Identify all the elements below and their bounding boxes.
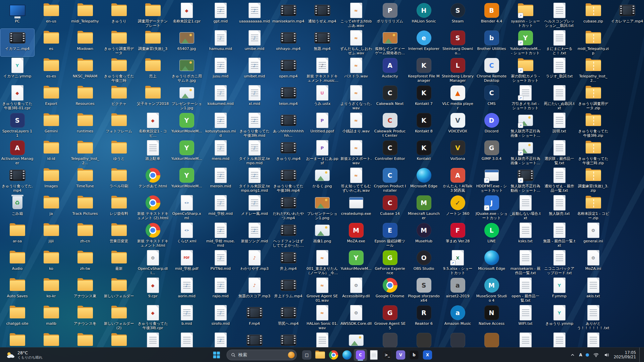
desktop-icon[interactable]	[305, 331, 339, 347]
desktop-icon[interactable]: ♪aorin.mid	[170, 276, 204, 304]
desktop-icon[interactable]: Track Pictures	[68, 194, 102, 221]
desktop-icon[interactable]: SSteam	[441, 1, 475, 29]
desktop-icon[interactable]: cubase.zip	[576, 1, 610, 29]
desktop-icon[interactable]	[441, 331, 475, 347]
desktop-icon[interactable]: ◆9.cpr	[136, 276, 170, 304]
desktop-icon[interactable]: ♪uaaaaaaaaa.mid	[237, 1, 271, 29]
desktop-icon[interactable]: ⚙AWSSDK.Core.dll	[339, 304, 373, 331]
desktop-icon[interactable]: midi_Telepathy.zip	[576, 29, 610, 56]
desktop-icon[interactable]: アナウンス夏	[68, 276, 102, 304]
desktop-icon[interactable]: ≈答え知っててもむずいわこれ.wav	[339, 166, 373, 194]
desktop-icon[interactable]: ≈Groove Agent SE 01.wav	[305, 276, 339, 304]
desktop-surface[interactable]: PCイカマニ.mp4Yイカマニ.ymmp◆きゅうり食ってた午後3時-01.cpr…	[0, 0, 644, 347]
desktop-icon[interactable]: アナウンス冬	[68, 304, 102, 331]
desktop-icon[interactable]: ♪xl.mid	[237, 84, 271, 111]
desktop-icon[interactable]: NNative Access	[475, 304, 508, 331]
desktop-icon[interactable]: Aかんたん！AITalk 3 関西風	[441, 166, 475, 194]
desktop-icon[interactable]: PC	[0, 1, 34, 29]
taskbar-app-media-player[interactable]: X	[421, 349, 434, 361]
desktop-icon[interactable]: イカレマニア.mp4	[610, 1, 644, 29]
desktop-icon[interactable]: ありがとう！！！！！！.txt	[576, 304, 610, 331]
desktop-icon[interactable]: Telepathy_Inst_2...	[576, 56, 610, 84]
desktop-icon[interactable]: _起動しない場合.txt	[508, 194, 542, 221]
desktop-icon[interactable]: MMinecraft Launcher	[407, 194, 441, 221]
desktop-icon[interactable]: 無人販売.txt	[542, 194, 576, 221]
desktop-icon[interactable]: GGIMP 3.0.4	[475, 139, 508, 166]
desktop-icon[interactable]: NKSC_PARAM	[68, 56, 102, 84]
desktop-icon[interactable]: manisekarin - 親作品一覧.txt	[508, 249, 542, 276]
desktop-icon[interactable]: イカマニ.mp4	[0, 29, 34, 56]
desktop-icon[interactable]: ≈001_東北きりたん（ノーマル）_今じゃ...	[305, 249, 339, 276]
desktop-icon[interactable]: SSteinberg Downlo...	[441, 29, 475, 56]
desktop-icon[interactable]: bBrother Utilities	[475, 29, 508, 56]
desktop-icon[interactable]	[237, 331, 271, 347]
wifi-button[interactable]	[592, 352, 600, 358]
desktop-icon[interactable]: 説明.txt	[542, 111, 576, 139]
desktop-icon[interactable]	[170, 331, 204, 347]
desktop-icon[interactable]: ≈小銭詰まり.wav	[339, 111, 373, 139]
desktop-icon[interactable]: SSpectraLayers 11	[0, 111, 34, 139]
desktop-icon[interactable]: ↗家の防犯カメラ - ショートカット	[508, 56, 542, 84]
desktop-icon[interactable]: ♪jusu.mid	[204, 56, 237, 84]
desktop-icon[interactable]: zh-tw	[68, 249, 102, 276]
desktop-icon[interactable]: ♪hamusu.mid	[204, 29, 237, 56]
desktop-icon[interactable]: 名称未設定1 - コピー.zip	[576, 194, 610, 221]
desktop-icon[interactable]: CCakewalk Product Center	[373, 111, 407, 139]
desktop-icon[interactable]: F.mp4	[237, 304, 271, 331]
desktop-icon[interactable]: ⚙Accessibility.dll	[339, 276, 373, 304]
desktop-icon[interactable]: akis.txt	[576, 276, 610, 304]
desktop-icon[interactable]: 新しいフォルダー	[102, 276, 136, 304]
desktop-icon[interactable]: BBlender 4.4	[475, 1, 508, 29]
desktop-icon[interactable]: ♪gpt.mid	[204, 1, 237, 29]
desktop-icon[interactable]: ↗無人販売不正行為画像 - ショートカット	[508, 139, 542, 166]
desktop-icon[interactable]: ohhayo-.mp4	[271, 29, 305, 56]
desktop-icon[interactable]: <>OpenCvSharp.xml	[170, 194, 204, 221]
desktop-icon[interactable]: 売上	[136, 56, 170, 84]
desktop-icon[interactable]: ja	[34, 194, 68, 221]
desktop-icon[interactable]	[271, 331, 305, 347]
desktop-icon[interactable]: J↗JQuake.exe - ショートカット	[475, 194, 508, 221]
taskbar-app-clipchamp[interactable]: C	[354, 349, 367, 361]
desktop-icon[interactable]: 井上.mp4	[271, 249, 305, 276]
desktop-icon[interactable]: ゆうと	[102, 139, 136, 166]
desktop-icon[interactable]: プレゼンテーション1.png	[305, 194, 339, 221]
desktop-icon[interactable]: ▲VLC media player	[441, 84, 475, 111]
desktop-icon[interactable]: 画像1.png	[305, 221, 339, 249]
desktop-icon[interactable]: 通知うぜえ.mp4	[305, 1, 339, 29]
desktop-icon[interactable]: ar-sa	[0, 221, 34, 249]
desktop-icon[interactable]: ラベル印刷	[102, 166, 136, 194]
desktop-icon[interactable]	[68, 331, 102, 347]
desktop-icon[interactable]: GGeForce Experience	[373, 249, 407, 276]
desktop-icon[interactable]: AActivation Manager	[0, 139, 34, 166]
taskbar-app-chrome[interactable]	[327, 349, 340, 361]
desktop-icon[interactable]: きゅうり.mp4	[271, 139, 305, 166]
desktop-icon[interactable]	[407, 331, 441, 347]
desktop-icon[interactable]: ♪新規 テキストドキュメント.musicxml	[305, 56, 339, 84]
taskbar-search[interactable]: 検索	[227, 350, 297, 360]
desktop-icon[interactable]: ♪umibe.mid	[237, 29, 271, 56]
tray-app-icon[interactable]	[586, 353, 589, 357]
desktop-icon[interactable]: ♪タイトル未設定.tempo.mid	[237, 139, 271, 166]
desktop-icon[interactable]: ≈HALion Sonic 01.wav	[305, 304, 339, 331]
desktop-icon[interactable]: ✓ノートン 360	[441, 194, 475, 221]
desktop-icon[interactable]: Yイカマニ.ymmp	[0, 56, 34, 84]
desktop-icon[interactable]: ♪わかりやす.mp3	[237, 249, 271, 276]
desktop-icon[interactable]	[102, 331, 136, 347]
desktop-icon[interactable]: Images	[34, 166, 68, 194]
desktop-icon[interactable]: きゅうり調査用データ.zip	[576, 84, 610, 111]
desktop-icon[interactable]: en-us	[34, 1, 68, 29]
desktop-icon[interactable]: CCubase 14	[373, 194, 407, 221]
desktop-icon[interactable]: だれだFXいれたやつ.mp4	[271, 194, 305, 221]
desktop-icon[interactable]: ◆きゅうり食ってた午後3時.cpr	[136, 304, 170, 331]
desktop-icon[interactable]: OOBS Studio	[407, 249, 441, 276]
desktop-icon[interactable]: ♪	[204, 331, 237, 347]
desktop-icon[interactable]: 調査練習(失敗)_3.zip	[576, 166, 610, 194]
desktop-icon[interactable]: Uうみ.ustx	[305, 84, 339, 111]
desktop-icon[interactable]: 父子キャンプ2018	[136, 84, 170, 111]
desktop-icon[interactable]: まにまにわーると！.txt	[542, 29, 576, 56]
desktop-icon[interactable]: teion.mp4	[271, 84, 305, 111]
desktop-icon[interactable]: Auto Saves	[0, 276, 34, 304]
desktop-icon[interactable]: ↗無人販売不正行為動画 - ショートカット	[508, 166, 542, 194]
desktop-icon[interactable]: きゅうり	[102, 1, 136, 29]
desktop-icon[interactable]	[136, 331, 170, 347]
